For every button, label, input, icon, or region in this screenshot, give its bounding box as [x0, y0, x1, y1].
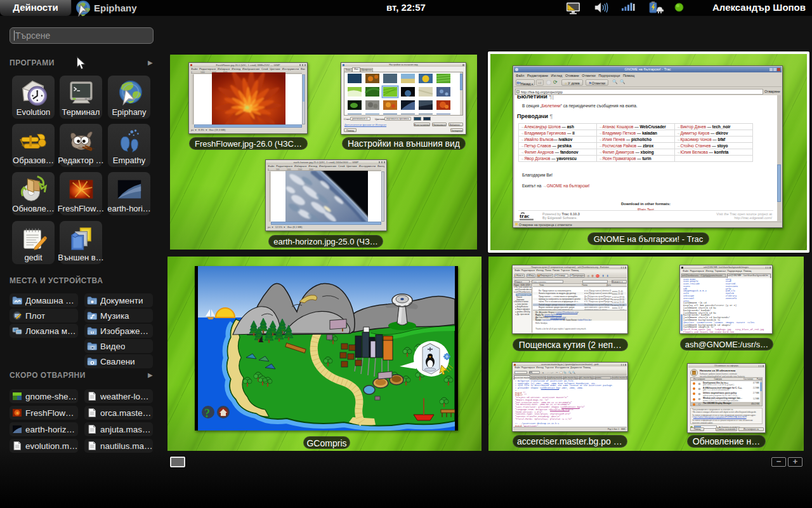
svg-text:?: ?: [204, 407, 210, 420]
svg-text:trac: trac: [520, 213, 530, 219]
